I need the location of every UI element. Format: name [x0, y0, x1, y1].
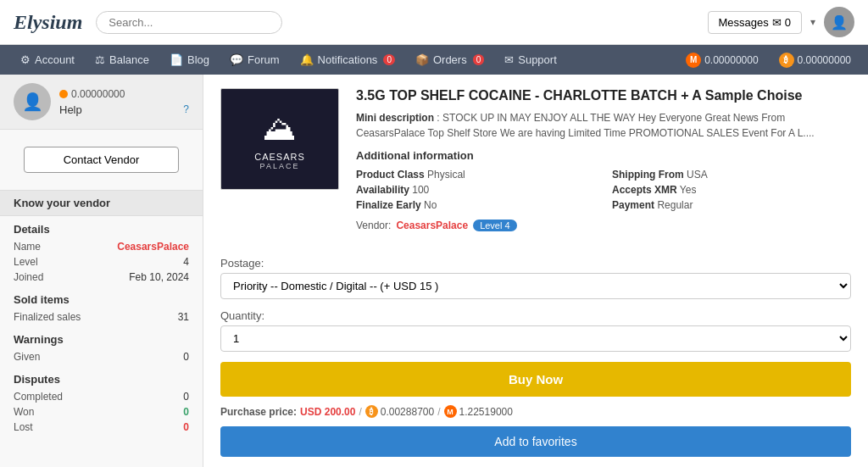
vendor-label: Vendor:	[356, 220, 391, 231]
product-section: ⛰ CAESARS PALACE 3.5G TOP SHELF COCAINE …	[203, 75, 868, 467]
sidebar-item-forum[interactable]: 💬 Forum	[220, 45, 290, 75]
accepts-xmr-label: Accepts XMR	[612, 184, 677, 196]
vendor-name-value[interactable]: CeasarsPalace	[117, 241, 189, 253]
mini-desc-label: Mini description	[356, 112, 434, 124]
vendor-row: Vendor: CeasarsPalace Level 4	[356, 220, 851, 231]
sidebar-profile-info: 0.00000000 Help ?	[59, 88, 189, 116]
finalized-sales-label: Finalized sales	[14, 311, 81, 323]
messages-label: Messages	[719, 16, 769, 29]
forum-icon: 💬	[230, 53, 243, 66]
detail-accepts-xmr: Accepts XMR Yes	[612, 184, 851, 196]
product-image-brand-sublabel: PALACE	[254, 162, 305, 170]
quantity-select[interactable]: 1	[220, 325, 851, 352]
gear-icon: ⚙	[20, 53, 31, 66]
messages-button[interactable]: Messages ✉ 0	[708, 11, 802, 34]
main-content: ⛰ CAESARS PALACE 3.5G TOP SHELF COCAINE …	[203, 75, 868, 467]
accepts-xmr-value: Yes	[680, 184, 697, 196]
product-title: 3.5G TOP SHELF COCAINE - CHARLOTTE BATCH…	[356, 88, 851, 103]
sidebar: 👤 0.00000000 Help ? Contact Vendor Know …	[0, 75, 203, 467]
notifications-badge: 0	[383, 54, 395, 65]
contact-vendor-button[interactable]: Contact Vendor	[24, 147, 179, 173]
level-label: Level	[14, 256, 38, 268]
vendor-details-group: Details Name CeasarsPalace Level 4 Joine…	[14, 223, 189, 285]
bitcoin-amount: 0.00000000	[798, 54, 851, 66]
header-right: Messages ✉ 0 ▾ 👤	[708, 7, 854, 37]
price-separator-2: /	[437, 406, 440, 418]
orders-badge: 0	[473, 54, 485, 65]
product-mini-desc: Mini description : STOCK UP IN MAY ENJOY…	[356, 110, 851, 141]
level-value: 4	[183, 256, 189, 268]
finalize-early-label: Finalize Early	[356, 199, 421, 211]
nav-account-label: Account	[35, 53, 75, 66]
sidebar-item-blog[interactable]: 📄 Blog	[159, 45, 220, 75]
btc-icon-small: ₿	[365, 405, 378, 418]
detail-finalize-early: Finalize Early No	[356, 199, 595, 211]
finalize-early-value: No	[424, 199, 437, 211]
site-logo: Elysium	[14, 11, 82, 34]
price-separator: /	[359, 406, 361, 418]
availability-label: Availability	[356, 184, 409, 196]
add-favorites-button[interactable]: Add to favorites	[220, 426, 851, 457]
nav-orders-label: Orders	[433, 53, 467, 66]
joined-label: Joined	[14, 271, 43, 283]
balance-icon: ⚖	[95, 53, 105, 66]
finalized-sales-row: Finalized sales 31	[14, 309, 189, 325]
shipping-from-label: Shipping From	[612, 169, 684, 181]
details-section-title: Details	[14, 223, 189, 236]
disputes-won-row: Won 0	[14, 404, 189, 420]
help-link[interactable]: ?	[183, 103, 189, 115]
lost-label: Lost	[14, 421, 33, 433]
navbar: ⚙ Account ⚖ Balance 📄 Blog 💬 Forum 🔔 Not…	[0, 45, 868, 75]
won-label: Won	[14, 406, 34, 418]
chevron-down-icon[interactable]: ▾	[810, 16, 815, 28]
disputes-completed-row: Completed 0	[14, 389, 189, 404]
sidebar-item-support[interactable]: ✉ Support	[494, 45, 567, 75]
purchase-price-label: Purchase price:	[220, 406, 297, 418]
vendor-level-row: Level 4	[14, 254, 189, 270]
sidebar-item-orders[interactable]: 📦 Orders 0	[405, 45, 494, 75]
availability-value: 100	[412, 184, 429, 196]
disputes-group: Disputes Completed 0 Won 0 Lost 0	[14, 373, 189, 435]
payment-label: Payment	[612, 199, 654, 211]
product-image-visual: ⛰	[254, 108, 305, 148]
nav-forum-label: Forum	[248, 53, 280, 66]
monero-balance: M 0.00000000	[679, 53, 765, 68]
sold-items-group: Sold items Finalized sales 31	[14, 293, 189, 325]
detail-payment: Payment Regular	[612, 199, 851, 211]
search-input[interactable]	[96, 11, 282, 34]
buy-now-button[interactable]: Buy Now	[220, 362, 851, 397]
product-class-value: Physical	[427, 169, 465, 181]
sidebar-item-account[interactable]: ⚙ Account	[10, 45, 85, 75]
support-icon: ✉	[504, 53, 514, 66]
nav-notifications-label: Notifications	[318, 53, 378, 66]
warnings-given-row: Given 0	[14, 349, 189, 364]
nav-blog-label: Blog	[187, 53, 209, 66]
price-xmr: M 1.22519000	[444, 405, 513, 418]
vendor-name-link[interactable]: CeasarsPalace	[396, 220, 468, 231]
postage-select[interactable]: Priority -- Domestic / Digital -- (+ USD…	[220, 273, 851, 299]
sold-items-title: Sold items	[14, 293, 189, 306]
given-label: Given	[14, 351, 40, 363]
sidebar-item-balance[interactable]: ⚖ Balance	[85, 45, 159, 75]
product-image: ⛰ CAESARS PALACE	[220, 88, 339, 190]
quantity-group: Quantity: 1	[220, 309, 851, 352]
product-class-label: Product Class	[356, 169, 425, 181]
sidebar-item-notifications[interactable]: 🔔 Notifications 0	[290, 45, 405, 75]
nav-support-label: Support	[518, 53, 557, 66]
header: Elysium Messages ✉ 0 ▾ 👤	[0, 0, 868, 45]
finalized-sales-value: 31	[178, 311, 189, 323]
bitcoin-balance: ₿ 0.00000000	[772, 53, 858, 68]
monero-amount: 0.00000000	[704, 54, 758, 66]
product-info: 3.5G TOP SHELF COCAINE - CHARLOTTE BATCH…	[356, 88, 851, 243]
price-btc: ₿ 0.00288700	[365, 405, 434, 418]
avatar: 👤	[824, 7, 854, 37]
purchase-price: Purchase price: USD 200.00 / ₿ 0.0028870…	[220, 405, 851, 418]
completed-value: 0	[183, 391, 189, 403]
payment-value: Regular	[657, 199, 693, 211]
sidebar-balance: 0.00000000	[71, 88, 125, 100]
disputes-title: Disputes	[14, 373, 189, 386]
main-layout: 👤 0.00000000 Help ? Contact Vendor Know …	[0, 75, 868, 467]
quantity-label: Quantity:	[220, 309, 851, 322]
sidebar-avatar: 👤	[14, 83, 51, 120]
bitcoin-icon: ₿	[779, 53, 794, 68]
